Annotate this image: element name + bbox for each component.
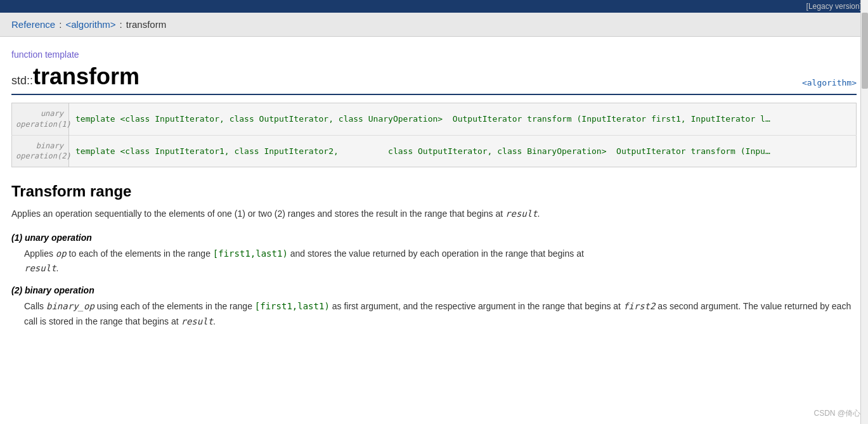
binary-body-start: Calls	[24, 301, 46, 311]
table-row: unaryoperation(1) template <class InputI…	[12, 103, 857, 136]
binary-body-end: as first argument, and the respective ar…	[330, 301, 623, 311]
function-word-text: template	[45, 49, 79, 60]
unary-body-italic: result	[24, 263, 56, 273]
function-name: transform	[33, 63, 139, 89]
section-desc-end: .	[538, 209, 540, 219]
binary-body-code1: binary_op	[46, 301, 94, 311]
top-bar: [Legacy version]	[0, 0, 868, 13]
table-row: binaryoperation(2) template <class Input…	[12, 135, 857, 167]
subsection-binary: (2) binary operation Calls binary_op usi…	[11, 285, 857, 330]
scrollbar[interactable]	[860, 0, 868, 351]
code-table: unaryoperation(1) template <class InputI…	[11, 103, 857, 167]
section-description: Applies an operation sequentially to the…	[11, 207, 857, 221]
section-desc-text: Applies an operation sequentially to the…	[11, 209, 505, 219]
binary-body-italic2: result	[181, 316, 213, 326]
breadcrumb-sep2: :	[120, 19, 122, 30]
subsection-binary-body: Calls binary_op using each of the elemen…	[11, 299, 857, 330]
binary-body-code2: [first1,last1)	[255, 301, 330, 311]
unary-body-mid: to each of the elements in the range	[67, 248, 213, 259]
code-cell-2: template <class InputIterator1, class In…	[69, 135, 857, 167]
unary-body-end: and stores the value returned by each op…	[288, 248, 584, 259]
page-title: std::transform	[11, 63, 139, 90]
function-keyword: function	[11, 49, 42, 60]
legacy-label: [Legacy version]	[806, 2, 862, 11]
binary-body-italic: first2	[623, 301, 656, 311]
subsection-unary-body: Applies op to each of the elements in th…	[11, 247, 857, 277]
algo-ref: <algorithm>	[802, 78, 857, 90]
section-heading: Transform range	[11, 183, 857, 200]
breadcrumb-sep1: :	[59, 19, 62, 30]
breadcrumb-current: transform	[126, 19, 166, 30]
unary-body-code1: op	[56, 248, 67, 259]
subsection-unary: (1) unary operation Applies op to each o…	[11, 233, 857, 277]
breadcrumb-algorithm-link[interactable]: <algorithm>	[65, 19, 115, 30]
section-desc-italic: result	[505, 209, 538, 219]
subsection-binary-title: (2) binary operation	[11, 285, 857, 295]
code-cell-1: template <class InputIterator, class Out…	[69, 103, 857, 136]
scrollbar-thumb[interactable]	[862, 13, 868, 89]
breadcrumb-bar: Reference : <algorithm> : transform	[0, 13, 868, 37]
unary-body-code2: [first1,last1)	[213, 248, 288, 259]
binary-body-mid: using each of the elements in the range	[94, 301, 255, 311]
std-prefix: std::	[11, 74, 33, 87]
breadcrumb-reference-link[interactable]: Reference	[11, 19, 55, 30]
algo-ref-link[interactable]: <algorithm>	[802, 78, 857, 87]
unary-body-start: Applies	[24, 248, 56, 259]
unary-body-final: .	[56, 263, 59, 273]
code-label-2: binaryoperation(2)	[12, 135, 69, 167]
main-content: function template std::transform <algori…	[0, 37, 868, 351]
title-row: std::transform <algorithm>	[11, 63, 857, 95]
binary-body-final: .	[213, 316, 216, 326]
function-type-label: function template	[11, 49, 857, 60]
subsection-unary-title: (1) unary operation	[11, 233, 857, 243]
code-label-1: unaryoperation(1)	[12, 103, 69, 136]
